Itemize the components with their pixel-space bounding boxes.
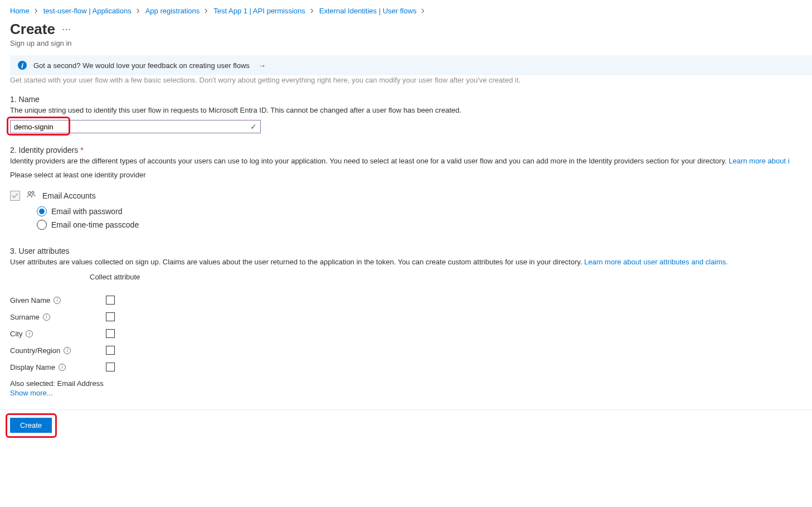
footer: Create [0, 409, 812, 441]
svg-point-0 [28, 192, 31, 195]
banner-text: Got a second? We would love your feedbac… [33, 61, 250, 70]
provider-checkbox [10, 191, 20, 201]
attr-section-desc: User attributes are values collected on … [10, 258, 812, 266]
attr-learn-more-link[interactable]: Learn more about user attributes and cla… [584, 258, 728, 266]
idp-section-desc: Identity providers are the different typ… [10, 157, 812, 165]
attr-section-title: 3. User attributes [10, 247, 812, 255]
breadcrumb-link[interactable]: test-user-flow | Applications [43, 7, 132, 15]
breadcrumb-link[interactable]: Test App 1 | API permissions [213, 7, 305, 15]
info-icon[interactable]: i [26, 330, 33, 337]
radio-email-password[interactable]: Email with password [37, 206, 812, 216]
attr-checkbox[interactable] [106, 312, 115, 321]
name-section-title: 1. Name [10, 95, 812, 104]
chevron-right-icon [136, 7, 141, 15]
idp-learn-more-link[interactable]: Learn more about i [728, 157, 789, 165]
show-more-link[interactable]: Show more... [10, 389, 53, 397]
info-icon[interactable]: i [64, 347, 71, 354]
info-icon[interactable]: i [43, 313, 50, 321]
chevron-right-icon [421, 7, 426, 15]
radio-email-passcode[interactable]: Email one-time passcode [37, 220, 812, 230]
more-button[interactable]: ⋯ [62, 24, 71, 35]
name-input-container: ✓ [10, 120, 261, 133]
people-icon [27, 190, 36, 201]
intro-text: Get started with your user flow with a f… [10, 76, 812, 84]
required-star: * [80, 146, 83, 154]
check-icon: ✓ [250, 122, 257, 131]
chevron-right-icon [34, 7, 39, 15]
svg-point-1 [32, 191, 34, 194]
arrow-right-icon: → [259, 61, 266, 70]
feedback-banner[interactable]: i Got a second? We would love your feedb… [10, 55, 812, 75]
info-icon[interactable]: i [59, 364, 66, 371]
attr-column-header: Collect attribute [90, 273, 812, 281]
chevron-right-icon [310, 7, 315, 15]
also-selected-text: Also selected: Email Address [10, 379, 812, 388]
radio-label: Email with password [51, 207, 123, 216]
attr-checkbox[interactable] [106, 346, 115, 355]
breadcrumb: Home test-user-flow | Applications App r… [10, 7, 812, 15]
radio-icon [37, 206, 47, 216]
page-subtitle: Sign up and sign in [10, 39, 812, 47]
idp-section-title: 2. Identity providers* [10, 146, 812, 154]
idp-select-prompt: Please select at least one identity prov… [10, 171, 812, 179]
page-header: Create ⋯ [10, 21, 812, 38]
provider-label: Email Accounts [42, 191, 96, 200]
attr-checkbox[interactable] [106, 363, 115, 371]
radio-label: Email one-time passcode [51, 220, 139, 229]
info-icon[interactable]: i [54, 297, 61, 304]
page-title: Create [10, 21, 55, 38]
breadcrumb-link[interactable]: External Identities | User flows [319, 7, 417, 15]
attr-label: Given Namei [10, 296, 106, 305]
info-icon: i [18, 61, 27, 70]
attr-label: Country/Regioni [10, 346, 106, 355]
attr-checkbox[interactable] [106, 329, 115, 338]
radio-icon [37, 220, 47, 230]
attr-label: Cityi [10, 330, 106, 338]
name-section-desc: The unique string used to identify this … [10, 106, 812, 114]
breadcrumb-link[interactable]: App registrations [145, 7, 200, 15]
create-button[interactable]: Create [10, 418, 52, 433]
chevron-right-icon [204, 7, 209, 15]
attr-label: Display Namei [10, 363, 106, 371]
attr-label: Surnamei [10, 313, 106, 321]
name-input[interactable] [14, 123, 250, 131]
breadcrumb-link[interactable]: Home [10, 7, 30, 15]
attr-checkbox[interactable] [106, 296, 115, 305]
